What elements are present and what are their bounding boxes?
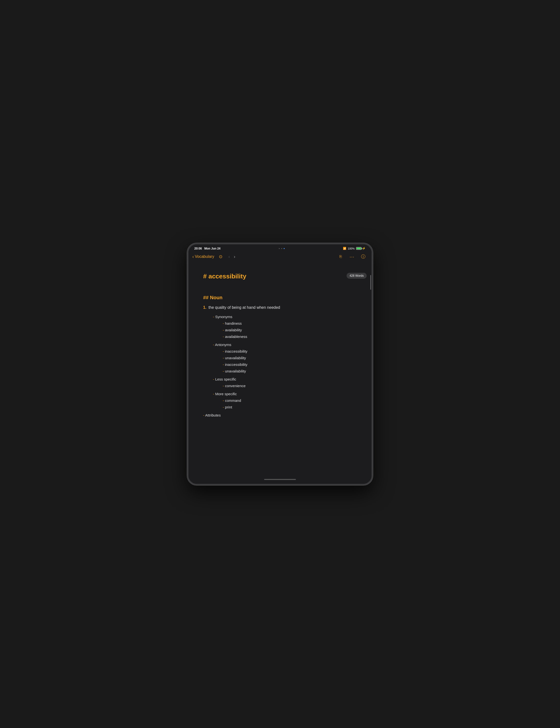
dot-2 [281, 248, 282, 249]
status-right: 📶 100% ⚡ [343, 247, 366, 250]
definition-number: 1. [203, 305, 206, 310]
more-specific-section: - More specific - command - print [213, 392, 362, 409]
wifi-icon: 📶 [343, 247, 346, 250]
battery-icon [356, 247, 361, 250]
ipad-screen: 20:06 Mon Jun 24 📶 100% ⚡ [189, 244, 371, 484]
attributes-header: - Attributes [203, 413, 362, 417]
more-specific-print: - print [223, 405, 362, 409]
nav-back-arrow[interactable]: ‹ [227, 253, 231, 260]
main-heading: # accessibility [203, 273, 362, 280]
back-label: Vocabulary [195, 254, 214, 259]
antonym-unavailability-1: - unavailability [223, 356, 362, 360]
edit-button[interactable]: ⎘ [337, 253, 344, 260]
antonym-inaccessibility-2: - inaccessibility [223, 362, 362, 367]
antonym-inaccessibility-1: - inaccessibility [223, 349, 362, 353]
more-button[interactable]: ··· [348, 253, 355, 260]
back-button[interactable]: ‹ Vocabulary [192, 254, 214, 259]
heading2-text: Noun [210, 295, 223, 300]
nav-right: ⎘ ··· ⓘ [337, 253, 367, 260]
synonyms-section: - Synonyms - handiness - availability - … [213, 315, 362, 339]
charging-icon: ⚡ [362, 247, 366, 250]
more-specific-command: - command [223, 398, 362, 403]
synonym-availability-text: availability [225, 328, 242, 332]
antonym-inaccessibility-2-text: inaccessibility [225, 362, 248, 367]
antonym-inaccessibility-1-text: inaccessibility [225, 349, 248, 353]
battery-percent: 100% [348, 247, 355, 250]
more-specific-label: More specific [215, 392, 237, 396]
synonym-availableness-text: availableness [225, 334, 247, 339]
antonyms-label: Antonyms [215, 343, 231, 347]
section-heading: ## Noun [203, 295, 362, 300]
battery-container: ⚡ [356, 247, 366, 250]
status-dots [279, 248, 284, 249]
back-chevron-icon: ‹ [192, 254, 194, 259]
word-count-text: 428 Words [349, 274, 364, 277]
more-specific-header: - More specific [213, 392, 362, 396]
word-count-badge: 428 Words [346, 273, 367, 279]
less-specific-header: - Less specific [213, 377, 362, 381]
status-time: 20:06 [194, 247, 202, 250]
status-bar: 20:06 Mon Jun 24 📶 100% ⚡ [189, 244, 371, 252]
nav-left: ‹ Vocabulary ⊙ ‹ › [192, 253, 237, 260]
less-specific-convenience: - convenience [223, 384, 362, 388]
search-icon: ⊙ [219, 254, 223, 259]
heading1-text: accessibility [209, 273, 247, 280]
synonyms-label: Synonyms [215, 315, 232, 319]
definition-item-1: 1. the quality of being at hand when nee… [203, 305, 362, 310]
dot-1 [279, 248, 280, 249]
home-bar [264, 479, 296, 480]
nav-forward-arrow[interactable]: › [232, 253, 237, 260]
attributes-label: Attributes [205, 413, 221, 417]
content-area[interactable]: # accessibility ## Noun 1. the quality o… [189, 263, 371, 477]
antonym-unavailability-2: - unavailability [223, 369, 362, 373]
nav-arrows: ‹ › [227, 253, 237, 260]
search-button[interactable]: ⊙ [217, 253, 224, 260]
attributes-section: - Attributes [203, 413, 362, 417]
scroll-indicator [370, 275, 371, 290]
synonym-availableness: - availableness [223, 334, 362, 339]
synonym-handiness-text: handiness [225, 321, 242, 325]
antonyms-section: - Antonyms - inaccessibility - unavailab… [213, 343, 362, 373]
antonyms-header: - Antonyms [213, 343, 362, 347]
status-date: Mon Jun 24 [204, 247, 221, 250]
more-specific-print-text: print [225, 405, 232, 409]
nav-bar: ‹ Vocabulary ⊙ ‹ › ⎘ ··· ⓘ [189, 252, 371, 263]
synonym-handiness: - handiness [223, 321, 362, 325]
definition-text: the quality of being at hand when needed [209, 305, 280, 310]
dot-3 [284, 248, 284, 249]
status-time-date: 20:06 Mon Jun 24 [194, 247, 221, 250]
antonym-unavailability-1-text: unavailability [225, 356, 246, 360]
more-specific-command-text: command [225, 398, 241, 403]
info-button[interactable]: ⓘ [360, 253, 367, 260]
synonyms-header: - Synonyms [213, 315, 362, 319]
less-specific-label: Less specific [215, 377, 236, 381]
ipad-frame: 20:06 Mon Jun 24 📶 100% ⚡ [187, 243, 373, 485]
heading1-prefix: # [203, 273, 209, 280]
synonym-availability: - availability [223, 328, 362, 332]
battery-fill [356, 248, 361, 249]
antonym-unavailability-2-text: unavailability [225, 369, 246, 373]
heading2-prefix: ## [203, 295, 210, 300]
less-specific-section: - Less specific - convenience [213, 377, 362, 388]
home-indicator [189, 477, 371, 484]
less-specific-convenience-text: convenience [225, 384, 246, 388]
